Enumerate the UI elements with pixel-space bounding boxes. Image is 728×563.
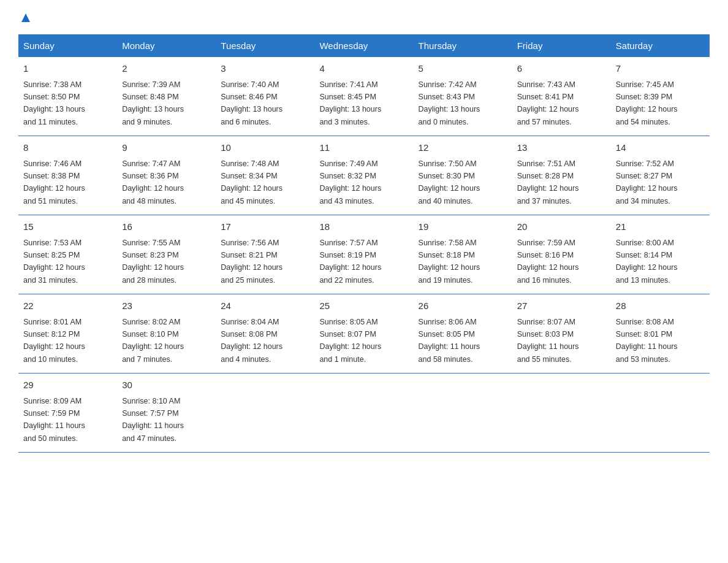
day-number: 17: [221, 220, 309, 234]
day-number: 9: [122, 141, 211, 155]
day-number: 23: [122, 299, 211, 313]
calendar-week-row: 15 Sunrise: 7:53 AMSunset: 8:25 PMDaylig…: [18, 215, 710, 294]
day-number: 10: [221, 141, 309, 155]
calendar-cell: 13 Sunrise: 7:51 AMSunset: 8:28 PMDaylig…: [512, 136, 611, 215]
calendar-cell: 7 Sunrise: 7:45 AMSunset: 8:39 PMDayligh…: [611, 57, 710, 136]
calendar-cell: 6 Sunrise: 7:43 AMSunset: 8:41 PMDayligh…: [512, 57, 611, 136]
day-info: Sunrise: 8:05 AMSunset: 8:07 PMDaylight:…: [319, 318, 381, 364]
calendar-week-row: 1 Sunrise: 7:38 AMSunset: 8:50 PMDayligh…: [18, 57, 710, 136]
day-number: 20: [517, 220, 606, 234]
day-info: Sunrise: 8:01 AMSunset: 8:12 PMDaylight:…: [23, 318, 85, 364]
calendar-cell: [414, 373, 512, 453]
calendar-cell: 17 Sunrise: 7:56 AMSunset: 8:21 PMDaylig…: [216, 215, 314, 294]
day-number: 22: [23, 299, 112, 313]
calendar-cell: 14 Sunrise: 7:52 AMSunset: 8:27 PMDaylig…: [611, 136, 710, 215]
calendar-cell: 16 Sunrise: 7:55 AMSunset: 8:23 PMDaylig…: [117, 215, 216, 294]
calendar-cell: [216, 373, 314, 453]
calendar-cell: 11 Sunrise: 7:49 AMSunset: 8:32 PMDaylig…: [314, 136, 413, 215]
calendar-cell: 22 Sunrise: 8:01 AMSunset: 8:12 PMDaylig…: [18, 294, 117, 373]
calendar-cell: 15 Sunrise: 7:53 AMSunset: 8:25 PMDaylig…: [18, 215, 117, 294]
day-number: 12: [419, 141, 507, 155]
day-number: 15: [23, 220, 112, 234]
calendar-cell: 19 Sunrise: 7:58 AMSunset: 8:18 PMDaylig…: [414, 215, 512, 294]
day-info: Sunrise: 7:47 AMSunset: 8:36 PMDaylight:…: [122, 159, 184, 205]
day-info: Sunrise: 7:51 AMSunset: 8:28 PMDaylight:…: [517, 159, 579, 205]
calendar-cell: 20 Sunrise: 7:59 AMSunset: 8:16 PMDaylig…: [512, 215, 611, 294]
calendar-cell: 4 Sunrise: 7:41 AMSunset: 8:45 PMDayligh…: [314, 57, 413, 136]
day-number: 25: [319, 299, 408, 313]
calendar-cell: 5 Sunrise: 7:42 AMSunset: 8:43 PMDayligh…: [414, 57, 512, 136]
day-info: Sunrise: 7:45 AMSunset: 8:39 PMDaylight:…: [616, 80, 678, 126]
calendar-cell: 29 Sunrise: 8:09 AMSunset: 7:59 PMDaylig…: [18, 373, 117, 453]
logo-triangle-icon: [19, 11, 32, 25]
calendar-cell: 1 Sunrise: 7:38 AMSunset: 8:50 PMDayligh…: [18, 57, 117, 136]
day-number: 3: [221, 62, 309, 76]
calendar-cell: 2 Sunrise: 7:39 AMSunset: 8:48 PMDayligh…: [117, 57, 216, 136]
calendar-cell: 8 Sunrise: 7:46 AMSunset: 8:38 PMDayligh…: [18, 136, 117, 215]
day-info: Sunrise: 7:43 AMSunset: 8:41 PMDaylight:…: [517, 80, 579, 126]
calendar-week-row: 8 Sunrise: 7:46 AMSunset: 8:38 PMDayligh…: [18, 136, 710, 215]
day-info: Sunrise: 7:38 AMSunset: 8:50 PMDaylight:…: [23, 80, 85, 126]
calendar-cell: 26 Sunrise: 8:06 AMSunset: 8:05 PMDaylig…: [414, 294, 512, 373]
day-info: Sunrise: 7:58 AMSunset: 8:18 PMDaylight:…: [419, 239, 480, 285]
calendar-cell: 23 Sunrise: 8:02 AMSunset: 8:10 PMDaylig…: [117, 294, 216, 373]
day-info: Sunrise: 7:49 AMSunset: 8:32 PMDaylight:…: [319, 159, 381, 205]
calendar-cell: 3 Sunrise: 7:40 AMSunset: 8:46 PMDayligh…: [216, 57, 314, 136]
calendar-cell: 18 Sunrise: 7:57 AMSunset: 8:19 PMDaylig…: [314, 215, 413, 294]
calendar-cell: 21 Sunrise: 8:00 AMSunset: 8:14 PMDaylig…: [611, 215, 710, 294]
day-info: Sunrise: 7:39 AMSunset: 8:48 PMDaylight:…: [122, 80, 184, 126]
day-number: 24: [221, 299, 309, 313]
day-number: 30: [122, 378, 211, 393]
day-number: 18: [319, 220, 408, 234]
weekday-header-wednesday: Wednesday: [314, 34, 413, 57]
day-number: 13: [517, 141, 606, 155]
calendar-cell: 9 Sunrise: 7:47 AMSunset: 8:36 PMDayligh…: [117, 136, 216, 215]
weekday-header-tuesday: Tuesday: [216, 34, 314, 57]
day-info: Sunrise: 8:00 AMSunset: 8:14 PMDaylight:…: [616, 239, 678, 285]
weekday-header-thursday: Thursday: [414, 34, 512, 57]
calendar-cell: [512, 373, 611, 453]
day-info: Sunrise: 7:52 AMSunset: 8:27 PMDaylight:…: [616, 159, 678, 205]
calendar-cell: [314, 373, 413, 453]
calendar-week-row: 22 Sunrise: 8:01 AMSunset: 8:12 PMDaylig…: [18, 294, 710, 373]
day-info: Sunrise: 7:57 AMSunset: 8:19 PMDaylight:…: [319, 239, 381, 285]
day-info: Sunrise: 7:46 AMSunset: 8:38 PMDaylight:…: [23, 159, 85, 205]
weekday-header-row: SundayMondayTuesdayWednesdayThursdayFrid…: [18, 34, 710, 57]
day-info: Sunrise: 8:10 AMSunset: 7:57 PMDaylight:…: [122, 397, 184, 443]
day-number: 14: [616, 141, 705, 155]
day-number: 19: [419, 220, 507, 234]
day-number: 8: [23, 141, 112, 155]
day-number: 21: [616, 220, 705, 234]
day-number: 16: [122, 220, 211, 234]
day-number: 5: [419, 62, 507, 76]
calendar-cell: 28 Sunrise: 8:08 AMSunset: 8:01 PMDaylig…: [611, 294, 710, 373]
calendar-cell: 25 Sunrise: 8:05 AMSunset: 8:07 PMDaylig…: [314, 294, 413, 373]
day-info: Sunrise: 8:06 AMSunset: 8:05 PMDaylight:…: [419, 318, 480, 364]
day-info: Sunrise: 8:02 AMSunset: 8:10 PMDaylight:…: [122, 318, 184, 364]
day-number: 29: [23, 378, 112, 393]
weekday-header-saturday: Saturday: [611, 34, 710, 57]
day-info: Sunrise: 8:08 AMSunset: 8:01 PMDaylight:…: [616, 318, 678, 364]
day-info: Sunrise: 7:48 AMSunset: 8:34 PMDaylight:…: [221, 159, 282, 205]
day-info: Sunrise: 8:09 AMSunset: 7:59 PMDaylight:…: [23, 397, 85, 443]
calendar-cell: 27 Sunrise: 8:07 AMSunset: 8:03 PMDaylig…: [512, 294, 611, 373]
day-number: 27: [517, 299, 606, 313]
svg-marker-0: [21, 13, 30, 22]
day-info: Sunrise: 7:42 AMSunset: 8:43 PMDaylight:…: [419, 80, 480, 126]
calendar-cell: 24 Sunrise: 8:04 AMSunset: 8:08 PMDaylig…: [216, 294, 314, 373]
day-number: 4: [319, 62, 408, 76]
day-info: Sunrise: 7:50 AMSunset: 8:30 PMDaylight:…: [419, 159, 480, 205]
day-info: Sunrise: 7:56 AMSunset: 8:21 PMDaylight:…: [221, 239, 282, 285]
day-number: 2: [122, 62, 211, 76]
calendar-week-row: 29 Sunrise: 8:09 AMSunset: 7:59 PMDaylig…: [18, 373, 710, 453]
day-number: 6: [517, 62, 606, 76]
weekday-header-monday: Monday: [117, 34, 216, 57]
day-number: 7: [616, 62, 705, 76]
weekday-header-sunday: Sunday: [18, 34, 117, 57]
weekday-header-friday: Friday: [512, 34, 611, 57]
day-info: Sunrise: 7:53 AMSunset: 8:25 PMDaylight:…: [23, 239, 85, 285]
day-number: 28: [616, 299, 705, 313]
day-number: 26: [419, 299, 507, 313]
day-info: Sunrise: 7:55 AMSunset: 8:23 PMDaylight:…: [122, 239, 184, 285]
logo: [18, 12, 32, 22]
